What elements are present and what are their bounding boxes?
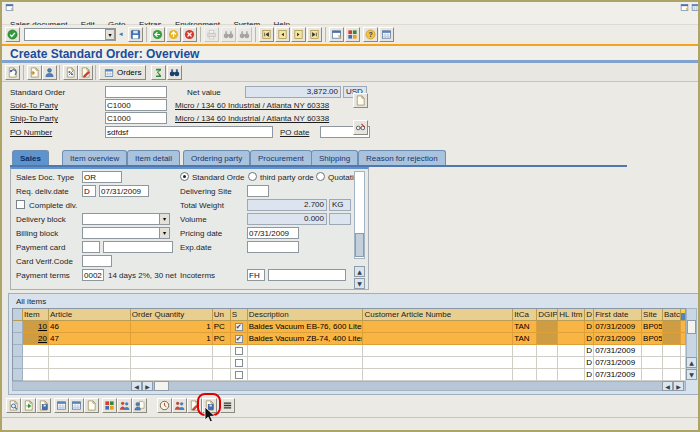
customer-article-cell[interactable] bbox=[363, 321, 513, 333]
customer-article-cell[interactable] bbox=[363, 369, 513, 381]
d-cell[interactable]: D bbox=[585, 345, 594, 357]
hl-itm-cell[interactable] bbox=[558, 321, 585, 333]
first-date-cell[interactable]: 07/31/2009 bbox=[594, 357, 642, 369]
table-scroll-down-icon[interactable]: ▼ bbox=[686, 369, 697, 380]
s-checkbox-cell[interactable] bbox=[231, 345, 248, 357]
itca-cell[interactable] bbox=[513, 357, 537, 369]
itca-cell[interactable] bbox=[513, 345, 537, 357]
item-cell[interactable] bbox=[23, 357, 49, 369]
first-date-cell[interactable]: 07/31/2009 bbox=[594, 321, 642, 333]
item-cell[interactable]: 10 bbox=[23, 321, 49, 333]
table-scroll-left-icon[interactable]: ◀ bbox=[131, 381, 142, 391]
exp-date-field[interactable] bbox=[247, 241, 299, 253]
first-date-cell[interactable]: 07/31/2009 bbox=[594, 345, 642, 357]
tab-ordering-party[interactable]: Ordering party bbox=[183, 150, 250, 166]
description-cell[interactable] bbox=[248, 357, 364, 369]
back-button[interactable] bbox=[150, 27, 165, 42]
article-cell[interactable] bbox=[49, 369, 131, 381]
sold-to-address[interactable]: Micro / 134 60 Industrial / Atlanta NY 6… bbox=[175, 101, 329, 111]
table-row[interactable]: D 07/31/2009 bbox=[13, 357, 686, 369]
req-deliv-type-field[interactable] bbox=[82, 185, 96, 197]
qty-cell[interactable] bbox=[131, 345, 213, 357]
exit-button[interactable] bbox=[166, 27, 181, 42]
collapse-rows-button[interactable] bbox=[220, 398, 235, 413]
complete-dlv-checkbox[interactable] bbox=[16, 200, 25, 209]
s-checkbox-cell[interactable]: ✔ bbox=[231, 333, 248, 345]
col-item[interactable]: Item bbox=[23, 309, 49, 321]
people-button[interactable] bbox=[172, 398, 187, 413]
tab-item-detail[interactable]: Item detail bbox=[127, 150, 180, 166]
customer-article-cell[interactable] bbox=[363, 333, 513, 345]
payment-terms-field[interactable] bbox=[82, 269, 104, 281]
site-cell[interactable]: BP05 bbox=[642, 321, 663, 333]
first-date-cell[interactable]: 07/31/2009 bbox=[594, 333, 642, 345]
un-cell[interactable]: PC bbox=[213, 333, 231, 345]
create-shortcut-button[interactable] bbox=[345, 27, 360, 42]
s-checkbox-cell[interactable] bbox=[231, 369, 248, 381]
batch-cell[interactable] bbox=[663, 357, 681, 369]
po-number-field[interactable] bbox=[105, 126, 273, 138]
sold-to-party-button[interactable] bbox=[42, 65, 57, 80]
reject-document-button[interactable] bbox=[78, 65, 93, 80]
pricing-date-field[interactable] bbox=[247, 227, 299, 239]
cancel-button[interactable] bbox=[182, 27, 197, 42]
row-select-cell[interactable] bbox=[13, 333, 23, 345]
col-customer-article-number[interactable]: Customer Article Numbe bbox=[363, 309, 513, 321]
dgip-cell[interactable] bbox=[537, 345, 558, 357]
table-hscrollbar-thumb[interactable] bbox=[154, 381, 169, 391]
billing-block-combo[interactable]: ▾ bbox=[82, 227, 170, 239]
s-checkbox[interactable] bbox=[235, 371, 243, 379]
d-cell[interactable]: D bbox=[585, 357, 594, 369]
customer-article-cell[interactable] bbox=[363, 345, 513, 357]
radio-third-party[interactable] bbox=[248, 172, 257, 181]
col-description[interactable]: Description bbox=[248, 309, 364, 321]
hl-itm-cell[interactable] bbox=[558, 345, 585, 357]
row-select-cell[interactable] bbox=[13, 357, 23, 369]
hl-itm-cell[interactable] bbox=[558, 369, 585, 381]
table-hscrollbar-track[interactable] bbox=[12, 381, 686, 391]
hl-itm-cell[interactable] bbox=[558, 333, 585, 345]
itca-cell[interactable] bbox=[513, 369, 537, 381]
hl-itm-cell[interactable] bbox=[558, 357, 585, 369]
dgip-cell[interactable] bbox=[537, 369, 558, 381]
site-cell[interactable] bbox=[642, 345, 663, 357]
command-list-icon[interactable]: ▾ bbox=[105, 29, 115, 40]
qty-cell[interactable]: 1 bbox=[131, 333, 213, 345]
un-cell[interactable] bbox=[213, 369, 231, 381]
dropdown-icon[interactable]: ▾ bbox=[159, 214, 169, 224]
doc-in-button[interactable] bbox=[27, 65, 42, 80]
doc-arrow-button[interactable] bbox=[21, 398, 36, 413]
description-cell[interactable]: Baldes Vacuum EB-76, 600 Liter/h bbox=[248, 321, 364, 333]
col-itca[interactable]: ItCa bbox=[513, 309, 537, 321]
dgip-cell[interactable] bbox=[537, 357, 558, 369]
d-cell[interactable]: D bbox=[585, 369, 594, 381]
display-item-detail-button[interactable] bbox=[6, 398, 21, 413]
col-order-quantity[interactable]: Order Quantity bbox=[131, 309, 213, 321]
sum-button[interactable] bbox=[151, 65, 166, 80]
itca-cell[interactable]: TAN bbox=[513, 321, 537, 333]
batch-cell[interactable] bbox=[663, 321, 681, 333]
site-cell[interactable] bbox=[642, 369, 663, 381]
article-cell[interactable] bbox=[49, 357, 131, 369]
doc-back-button[interactable] bbox=[5, 65, 20, 80]
qty-cell[interactable]: 1 bbox=[131, 321, 213, 333]
next-page-button[interactable] bbox=[291, 27, 306, 42]
row-select-cell[interactable] bbox=[13, 345, 23, 357]
site-cell[interactable] bbox=[642, 357, 663, 369]
find-button[interactable] bbox=[221, 27, 236, 42]
qty-cell[interactable] bbox=[131, 369, 213, 381]
batch-cell[interactable] bbox=[663, 345, 681, 357]
radio-standard-order[interactable] bbox=[180, 172, 189, 181]
po-number-label[interactable]: PO Number bbox=[10, 128, 52, 138]
enter-button[interactable] bbox=[5, 27, 20, 42]
tab-item-overview[interactable]: Item overview bbox=[62, 150, 127, 166]
itca-cell[interactable]: TAN bbox=[513, 333, 537, 345]
delivering-site-field[interactable] bbox=[247, 185, 269, 197]
first-date-cell[interactable]: 07/31/2009 bbox=[594, 369, 642, 381]
site-cell[interactable]: BP05 bbox=[642, 333, 663, 345]
d-cell[interactable]: D bbox=[585, 321, 594, 333]
table-scroll-right-icon[interactable]: ▶ bbox=[673, 381, 684, 391]
col-article[interactable]: Article bbox=[49, 309, 131, 321]
s-checkbox[interactable] bbox=[235, 359, 243, 367]
command-collapse-icon[interactable]: ◂ bbox=[119, 30, 123, 38]
